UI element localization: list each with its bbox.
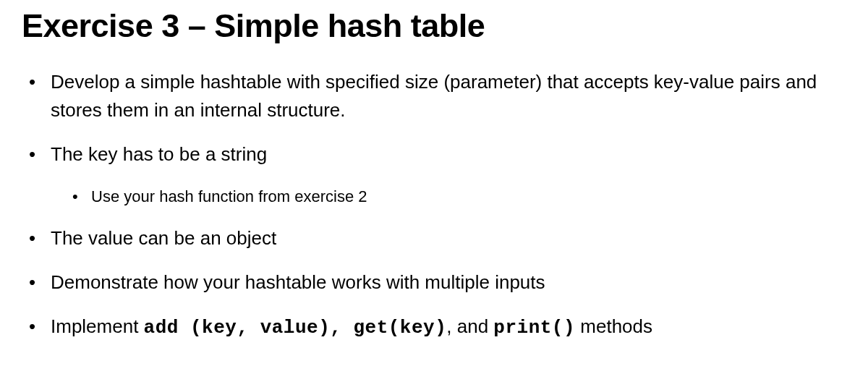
sub-bullet-list: Use your hash function from exercise 2: [51, 184, 846, 208]
list-item-text-pre: Implement: [51, 315, 144, 337]
list-item-text-post: methods: [575, 315, 652, 337]
list-item: Implement add (key, value), get(key), an…: [22, 313, 846, 342]
list-item: Use your hash function from exercise 2: [51, 184, 846, 208]
list-item: The key has to be a string Use your hash…: [22, 140, 846, 208]
list-item-text-mid: , and: [446, 315, 493, 337]
list-item: Demonstrate how your hashtable works wit…: [22, 268, 846, 297]
list-item: The value can be an object: [22, 224, 846, 252]
code-snippet: add (key, value), get(key): [144, 317, 447, 339]
bullet-list: Develop a simple hashtable with specifie…: [22, 68, 846, 342]
code-snippet: print(): [493, 317, 575, 339]
page-title: Exercise 3 – Simple hash table: [22, 7, 846, 45]
list-item-text: The key has to be a string: [51, 143, 267, 165]
list-item: Develop a simple hashtable with specifie…: [22, 68, 846, 124]
